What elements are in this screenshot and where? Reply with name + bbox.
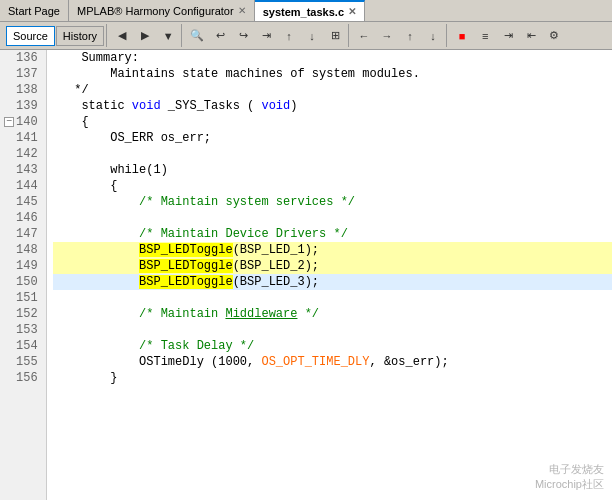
code-line-142 <box>53 146 612 162</box>
code-line-149: BSP_LEDToggle(BSP_LED_2); <box>53 258 612 274</box>
line-number-148: 148 <box>4 242 42 258</box>
code-line-146 <box>53 210 612 226</box>
tab-close-harmony[interactable]: ✕ <box>238 5 246 16</box>
code-line-152: /* Maintain Middleware */ <box>53 306 612 322</box>
line-number-143: 143 <box>4 162 42 178</box>
toolbar-nav2-section: ← → ↑ ↓ <box>351 24 447 47</box>
toolbar-zoom-section: 🔍 ↩ ↪ ⇥ ↑ ↓ ⊞ <box>184 24 349 47</box>
forward-icon[interactable]: ▶ <box>134 25 156 47</box>
undo-icon[interactable]: ↩ <box>209 25 231 47</box>
code-line-153 <box>53 322 612 338</box>
bookmark-icon[interactable]: ⊞ <box>324 25 346 47</box>
back-icon[interactable]: ◀ <box>111 25 133 47</box>
down-arrow-icon[interactable]: ↓ <box>422 25 444 47</box>
code-line-145: /* Maintain system services */ <box>53 194 612 210</box>
line-number-145: 145 <box>4 194 42 210</box>
code-editor[interactable]: 136137138139−140141142143144145146147148… <box>0 50 612 500</box>
tab-start-page[interactable]: Start Page <box>0 0 69 21</box>
code-line-143: while(1) <box>53 162 612 178</box>
dropdown-icon[interactable]: ▼ <box>157 25 179 47</box>
code-line-139: static void _SYS_Tasks ( void) <box>53 98 612 114</box>
tab-harmony-configurator[interactable]: MPLAB® Harmony Configurator ✕ <box>69 0 255 21</box>
code-line-136: Summary: <box>53 50 612 66</box>
code-line-154: /* Task Delay */ <box>53 338 612 354</box>
line-number-137: 137 <box>4 66 42 82</box>
line-number-136: 136 <box>4 50 42 66</box>
settings-icon[interactable]: ⚙ <box>543 25 565 47</box>
line-number-144: 144 <box>4 178 42 194</box>
history-button[interactable]: History <box>56 26 104 46</box>
tab-system-tasks[interactable]: system_tasks.c ✕ <box>255 0 365 21</box>
code-line-147: /* Maintain Device Drivers */ <box>53 226 612 242</box>
fold-marker[interactable]: − <box>4 117 14 127</box>
code-line-137: Maintains state machines of system modul… <box>53 66 612 82</box>
line-numbers: 136137138139−140141142143144145146147148… <box>0 50 47 500</box>
line-number-154: 154 <box>4 338 42 354</box>
code-line-155: OSTimeDly (1000, OS_OPT_TIME_DLY, &os_er… <box>53 354 612 370</box>
watermark: 电子发烧友 Microchip社区 <box>535 462 604 492</box>
line-number-140: −140 <box>4 114 42 130</box>
line-number-151: 151 <box>4 290 42 306</box>
line-number-155: 155 <box>4 354 42 370</box>
toolbar-nav-section: ◀ ▶ ▼ <box>109 24 182 47</box>
code-line-144: { <box>53 178 612 194</box>
source-history-section: Source History <box>4 24 107 47</box>
format-icon[interactable]: ≡ <box>474 25 496 47</box>
right-arrow-icon[interactable]: → <box>376 25 398 47</box>
code-line-151 <box>53 290 612 306</box>
stop-icon[interactable]: ■ <box>451 25 473 47</box>
zoom-in-icon[interactable]: 🔍 <box>186 25 208 47</box>
redo-icon[interactable]: ↪ <box>232 25 254 47</box>
line-number-142: 142 <box>4 146 42 162</box>
indent-icon[interactable]: ⇥ <box>497 25 519 47</box>
code-line-138: */ <box>53 82 612 98</box>
tab-close-system-tasks[interactable]: ✕ <box>348 6 356 17</box>
line-number-149: 149 <box>4 258 42 274</box>
code-line-156: } <box>53 370 612 386</box>
line-number-139: 139 <box>4 98 42 114</box>
left-arrow-icon[interactable]: ← <box>353 25 375 47</box>
code-line-141: OS_ERR os_err; <box>53 130 612 146</box>
line-number-156: 156 <box>4 370 42 386</box>
source-button[interactable]: Source <box>6 26 55 46</box>
find-icon[interactable]: ⇥ <box>255 25 277 47</box>
toolbar: Source History ◀ ▶ ▼ 🔍 ↩ ↪ ⇥ ↑ ↓ ⊞ ← → ↑… <box>0 22 612 50</box>
prev-icon[interactable]: ↑ <box>278 25 300 47</box>
line-number-150: 150 <box>4 274 42 290</box>
code-line-148: BSP_LEDToggle(BSP_LED_1); <box>53 242 612 258</box>
line-number-152: 152 <box>4 306 42 322</box>
line-number-146: 146 <box>4 210 42 226</box>
toolbar-tools-section: ■ ≡ ⇥ ⇤ ⚙ <box>449 24 567 47</box>
line-number-138: 138 <box>4 82 42 98</box>
next-icon[interactable]: ↓ <box>301 25 323 47</box>
line-number-147: 147 <box>4 226 42 242</box>
tab-bar: Start Page MPLAB® Harmony Configurator ✕… <box>0 0 612 22</box>
line-number-141: 141 <box>4 130 42 146</box>
outdent-icon[interactable]: ⇤ <box>520 25 542 47</box>
code-content: Summary: Maintains state machines of sys… <box>47 50 612 500</box>
line-number-153: 153 <box>4 322 42 338</box>
up-arrow-icon[interactable]: ↑ <box>399 25 421 47</box>
code-line-150: BSP_LEDToggle(BSP_LED_3); <box>53 274 612 290</box>
code-line-140: { <box>53 114 612 130</box>
